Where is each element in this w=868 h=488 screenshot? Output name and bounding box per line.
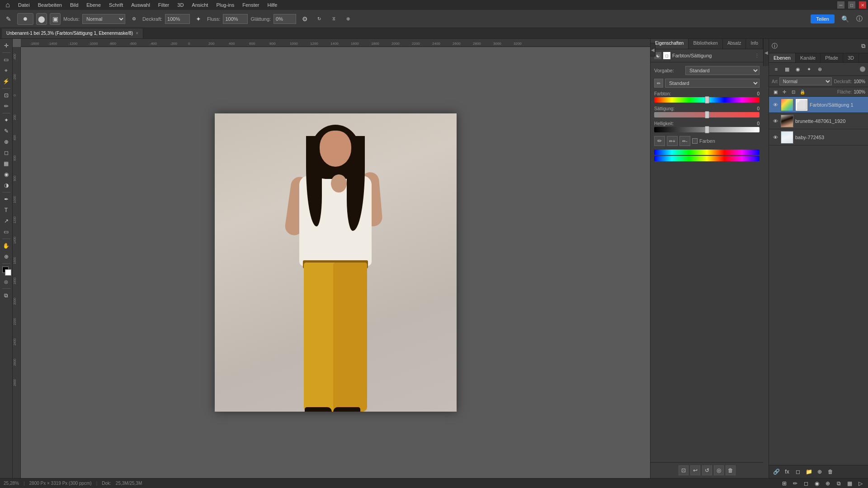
menu-item-filter[interactable]: Filter <box>155 1 173 9</box>
document-tab[interactable]: Unbenannt-1 bei 25,3% (Farbton/Sättigung… <box>2 28 143 38</box>
layer-item-baby[interactable]: 👁 baby-772453 <box>769 129 868 145</box>
glattung-input[interactable] <box>274 14 296 24</box>
tab-absatz[interactable]: Absatz <box>723 39 746 49</box>
layer-vis-baby[interactable]: 👁 <box>772 135 779 140</box>
layer-vis-huesat[interactable]: 👁 <box>772 102 779 108</box>
brush-size-icon[interactable]: ⬤ <box>36 13 47 25</box>
home-icon[interactable]: ⌂ <box>2 0 14 11</box>
brush-mode-icon[interactable]: ▣ <box>50 13 61 25</box>
brush-icon[interactable]: ✎ <box>1 126 11 136</box>
link-layers-icon[interactable]: 🔗 <box>772 467 781 476</box>
eraser-icon[interactable]: ◻ <box>1 148 11 158</box>
visibility-toggle-icon[interactable]: ◎ <box>714 465 724 475</box>
quick-mask-icon[interactable]: ◎ <box>1 277 11 286</box>
properties-collapse-icon[interactable]: ◀ <box>650 43 656 56</box>
symmetry-icon[interactable]: ⧖ <box>328 13 340 25</box>
status-icon-5[interactable]: ⊕ <box>824 479 832 488</box>
delete-layer-icon[interactable]: 🗑 <box>826 467 835 476</box>
properties-options-icon[interactable]: ⋮ <box>755 53 760 59</box>
menu-item-bild[interactable]: Bild <box>66 1 82 9</box>
screen-mode-icon[interactable]: ⧉ <box>1 291 11 300</box>
status-icon-3[interactable]: ◻ <box>802 479 810 488</box>
channel-select[interactable]: Standard Rottöne Gelbtöne Grüntöne Cyant… <box>665 79 760 88</box>
lightness-slider-thumb[interactable] <box>705 126 709 133</box>
extra-icon[interactable]: ⊕ <box>342 13 354 25</box>
layer-vis-brunette[interactable]: 👁 <box>772 118 779 124</box>
add-mask-icon[interactable]: ◻ <box>793 467 802 476</box>
gradient-icon[interactable]: ▦ <box>1 159 11 169</box>
lock-all-icon[interactable]: 🔒 <box>799 88 806 95</box>
filter-type-icon[interactable]: ≡ <box>772 65 781 74</box>
add-style-icon[interactable]: fx <box>783 467 792 476</box>
stamp-icon[interactable]: ⊕ <box>1 137 11 147</box>
foreground-color-swatch[interactable] <box>1 266 11 276</box>
canvas-area[interactable]: -1600 -1400 -1200 -1000 -800 -600 -400 -… <box>13 39 650 478</box>
brush-hardness-icon[interactable]: ⚙ <box>128 13 140 25</box>
status-icon-7[interactable]: ▦ <box>845 479 854 488</box>
new-group-icon[interactable]: 📁 <box>804 467 813 476</box>
status-expand-icon[interactable]: ▷ <box>856 479 864 488</box>
deckraft-input[interactable] <box>165 14 190 24</box>
dodge-icon[interactable]: ◑ <box>1 180 11 190</box>
channel-eyedropper-icon[interactable]: ✏ <box>654 79 663 88</box>
fluss-input[interactable] <box>223 14 248 24</box>
new-layer-icon[interactable]: ⊕ <box>815 467 824 476</box>
brush-tool-icon[interactable]: ✎ <box>3 13 14 25</box>
text-tool-icon[interactable]: T <box>1 205 11 215</box>
zoom-tool-icon[interactable]: ⊕ <box>1 252 11 262</box>
prev-state-icon[interactable]: ↩ <box>690 465 700 475</box>
tab-eigenschaften[interactable]: Eigenschaften <box>651 39 689 49</box>
lasso-icon[interactable]: ⌖ <box>1 66 11 75</box>
menu-item-fenster[interactable]: Fenster <box>239 1 263 9</box>
artboards-icon[interactable]: ⧉ <box>861 42 865 50</box>
angle-icon[interactable]: ↻ <box>313 13 325 25</box>
shape-tool-icon[interactable]: ▭ <box>1 227 11 237</box>
healing-icon[interactable]: ✦ <box>1 115 11 125</box>
clip-to-layer-icon[interactable]: ⊡ <box>679 465 689 475</box>
glattung-settings-icon[interactable]: ⚙ <box>299 13 311 25</box>
path-select-icon[interactable]: ↗ <box>1 216 11 226</box>
tab-ebenen[interactable]: Ebenen <box>769 53 796 62</box>
menu-item-hilfe[interactable]: Hilfe <box>264 1 281 9</box>
eyedropper-set-icon[interactable]: ✏ <box>654 136 665 146</box>
menu-item-3d[interactable]: 3D <box>174 1 187 9</box>
crop-icon[interactable]: ⊡ <box>1 90 11 100</box>
blend-mode-select[interactable]: Normal Multiplizieren Abdunkeln <box>779 77 832 85</box>
info-toolbar-icon[interactable]: ⓘ <box>854 13 865 25</box>
reset-icon[interactable]: ↺ <box>702 465 712 475</box>
close-button[interactable]: ✕ <box>859 1 866 9</box>
teilen-button[interactable]: Teilen <box>811 14 835 23</box>
filter-smart-icon[interactable]: ✦ <box>804 65 813 74</box>
hand-tool-icon[interactable]: ✋ <box>1 241 11 251</box>
menu-item-plugins[interactable]: Plug-ins <box>212 1 238 9</box>
magic-wand-icon[interactable]: ⚡ <box>1 76 11 86</box>
tab-kanaele[interactable]: Kanäle <box>796 53 821 62</box>
menu-item-ebene[interactable]: Ebene <box>83 1 104 9</box>
search-icon[interactable]: 🔍 <box>839 13 851 25</box>
minimize-button[interactable]: ─ <box>837 1 844 9</box>
status-icon-1[interactable]: ⊞ <box>780 479 788 488</box>
move-tool-icon[interactable]: ✛ <box>1 41 11 51</box>
lock-pixels-icon[interactable]: ▣ <box>772 88 779 95</box>
filter-attribs-icon[interactable]: ⊕ <box>815 65 824 74</box>
delete-adjustment-icon[interactable]: 🗑 <box>726 465 736 475</box>
menu-item-ansicht[interactable]: Ansicht <box>188 1 212 9</box>
lock-artboard-icon[interactable]: ⊡ <box>790 88 797 95</box>
preset-select[interactable]: Standard Sepia Blau <box>685 66 760 75</box>
tab-bibliotheken[interactable]: Bibliotheken <box>689 39 722 49</box>
hue-slider-thumb[interactable] <box>705 96 709 103</box>
select-rect-icon[interactable]: ▭ <box>1 55 11 65</box>
layer-item-brunette[interactable]: 👁 brunette-487061_1920 <box>769 113 868 129</box>
filter-toggle-icon[interactable] <box>860 66 865 72</box>
status-icon-2[interactable]: ✏ <box>791 479 799 488</box>
lightness-slider-track[interactable] <box>654 127 760 132</box>
eyedropper-add-icon[interactable]: ✏+ <box>667 136 678 146</box>
airbrush-icon[interactable]: ✦ <box>193 13 204 25</box>
tab-info[interactable]: Info <box>746 39 763 49</box>
filter-color-icon[interactable]: ◉ <box>793 65 802 74</box>
menu-item-auswahl[interactable]: Auswahl <box>127 1 154 9</box>
saturation-slider-thumb[interactable] <box>705 111 709 118</box>
lock-move-icon[interactable]: ✛ <box>781 88 788 95</box>
mode-select[interactable]: Normal Multiplizieren Abwedeln <box>82 14 125 24</box>
blur-icon[interactable]: ◉ <box>1 169 11 179</box>
